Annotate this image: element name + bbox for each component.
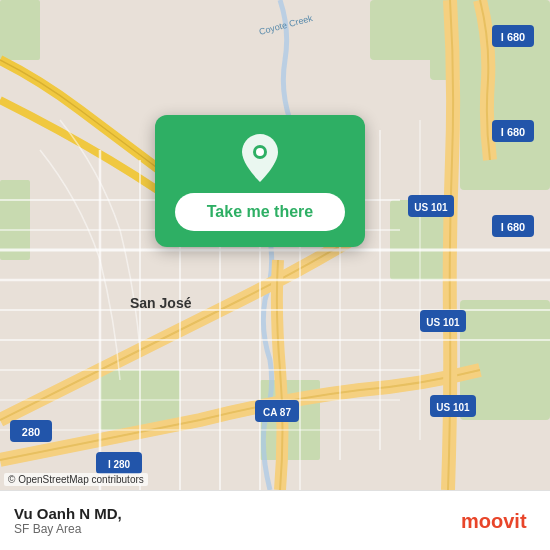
map-attribution: © OpenStreetMap contributors <box>4 473 148 486</box>
map-container: Coyote Creek <box>0 0 550 490</box>
moovit-logo: moovit <box>461 504 536 538</box>
svg-text:US 101: US 101 <box>426 317 460 328</box>
svg-text:I 280: I 280 <box>108 459 131 470</box>
bottom-bar: Vu Oanh N MD, SF Bay Area moovit <box>0 490 550 550</box>
svg-rect-7 <box>0 180 30 260</box>
location-card: Take me there <box>155 115 365 247</box>
place-name: Vu Oanh N MD, <box>14 505 122 522</box>
place-info: Vu Oanh N MD, SF Bay Area <box>14 505 122 536</box>
svg-text:280: 280 <box>22 426 40 438</box>
svg-rect-6 <box>0 0 40 60</box>
svg-text:I 680: I 680 <box>501 31 525 43</box>
svg-text:I 680: I 680 <box>501 221 525 233</box>
take-me-there-button[interactable]: Take me there <box>175 193 345 231</box>
svg-text:US 101: US 101 <box>414 202 448 213</box>
place-area: SF Bay Area <box>14 522 122 536</box>
svg-point-48 <box>256 148 264 156</box>
svg-text:US 101: US 101 <box>436 402 470 413</box>
svg-text:I 680: I 680 <box>501 126 525 138</box>
location-pin-icon <box>235 133 285 183</box>
svg-text:CA 87: CA 87 <box>263 407 291 418</box>
svg-text:moovit: moovit <box>461 510 527 532</box>
